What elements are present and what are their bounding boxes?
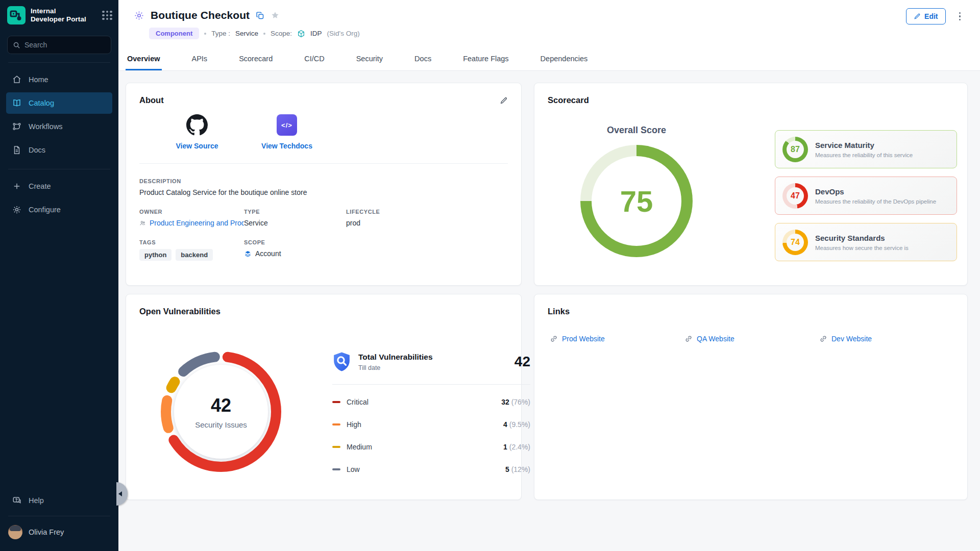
sidebar-item-help[interactable]: Help [6, 490, 112, 511]
score-ring: 87 [782, 137, 808, 162]
sidebar-item-workflows[interactable]: Workflows [6, 116, 112, 137]
about-edit-icon[interactable] [500, 96, 508, 105]
tabbar: Overview APIs Scorecard CI/CD Security D… [118, 39, 980, 71]
description-text: Product Catalog Service for the boutique… [139, 188, 508, 196]
gear-icon [12, 205, 21, 214]
tab-scorecard[interactable]: Scorecard [237, 52, 274, 70]
view-techdocs-link[interactable]: </> View Techdocs [248, 114, 326, 150]
sidebar-divider [8, 516, 110, 516]
sidebar: Internal Developer Portal Search Home Ca… [0, 0, 118, 551]
workflow-icon [12, 122, 21, 131]
severity-row-low: Low 5 (12%) [332, 458, 530, 481]
search-input[interactable]: Search [7, 36, 111, 54]
sidebar-item-configure[interactable]: Configure [6, 199, 112, 220]
sidebar-divider [8, 62, 110, 63]
about-title: About [139, 95, 508, 105]
scope-value: IDP [310, 30, 322, 37]
sidebar-item-catalog[interactable]: Catalog [6, 92, 112, 114]
page-title: Boutique Checkout [151, 9, 250, 21]
owner-field: OWNER Product Engineering and Product... [139, 209, 244, 227]
user-menu[interactable]: Olivia Frey [6, 520, 112, 544]
star-icon[interactable] [271, 11, 280, 20]
medium-dash-icon [332, 446, 340, 448]
chevron-left-icon [118, 491, 122, 496]
tags-field: TAGS python backend [139, 239, 244, 261]
tab-cicd[interactable]: CI/CD [303, 52, 326, 70]
links-title: Links [548, 307, 954, 316]
logo-row: Internal Developer Portal [0, 0, 118, 24]
total-vulnerabilities-value: 42 [514, 354, 530, 370]
link-qa-website[interactable]: QA Website [684, 335, 819, 343]
vulnerabilities-summary: Total Vulnerabilities Till date 42 Criti… [332, 352, 530, 481]
about-links-row: View Source </> View Techdocs [139, 114, 508, 150]
component-gear-icon [134, 10, 144, 21]
tab-overview[interactable]: Overview [126, 52, 162, 70]
app-title: Internal Developer Portal [31, 7, 86, 23]
sidebar-item-docs[interactable]: Docs [6, 139, 112, 161]
description-block: DESCRIPTION Product Catalog Service for … [139, 178, 508, 196]
main: Boutique Checkout Component Type : Servi… [118, 0, 980, 500]
plus-icon [12, 182, 21, 191]
tab-feature-flags[interactable]: Feature Flags [461, 52, 510, 70]
app-switcher-icon[interactable] [102, 11, 112, 20]
tab-security[interactable]: Security [355, 52, 384, 70]
more-options-icon[interactable] [957, 10, 963, 23]
pencil-icon [914, 13, 921, 20]
link-icon [819, 335, 827, 343]
low-dash-icon [332, 468, 340, 471]
scope-field: SCOPE Account [244, 239, 346, 261]
app-logo-icon [7, 6, 26, 24]
links-card: Links Prod Website QA Website Dev Websit… [534, 294, 968, 500]
scorecard-item-security-standards[interactable]: 74 Security Standards Measures how secur… [775, 223, 957, 261]
vulnerabilities-card: Open Vulnerabilities 42 Security Issues [126, 294, 522, 500]
cube-icon [297, 30, 305, 38]
help-icon [12, 496, 21, 505]
github-icon [186, 114, 208, 136]
sidebar-divider [8, 169, 110, 169]
sidebar-item-home[interactable]: Home [6, 69, 112, 90]
description-label: DESCRIPTION [139, 178, 508, 184]
copy-icon[interactable] [256, 11, 264, 20]
scorecard-card: Scorecard Overall Score 75 87 Service Ma… [534, 83, 968, 286]
type-value: Service [235, 30, 258, 37]
divider [332, 384, 530, 385]
tag-chip[interactable]: python [139, 249, 172, 261]
overall-score-value: 75 [620, 184, 653, 218]
overall-score-block: Overall Score 75 [580, 125, 693, 257]
user-name: Olivia Frey [29, 528, 64, 536]
score-ring: 47 [782, 183, 808, 209]
sidebar-bottom: Help Olivia Frey [0, 490, 118, 551]
content: About View Source </> View Techdocs DESC… [118, 71, 980, 500]
scope-org: (Sid's Org) [327, 30, 360, 37]
type-field: TYPE Service [244, 209, 346, 227]
sidebar-nav: Home Catalog Workflows Docs [0, 69, 118, 161]
tab-apis[interactable]: APIs [190, 52, 209, 70]
about-fields-grid: OWNER Product Engineering and Product...… [139, 209, 508, 261]
tag-chip[interactable]: backend [176, 249, 213, 261]
tab-dependencies[interactable]: Dependencies [539, 52, 590, 70]
about-divider [139, 163, 508, 164]
overall-score-label: Overall Score [580, 125, 693, 136]
view-source-link[interactable]: View Source [158, 114, 236, 150]
severity-rows: Critical 32 (76%) High 4 (9.5%) Medium 1… [332, 391, 530, 481]
entity-kind-badge: Component [149, 28, 199, 39]
severity-row-high: High 4 (9.5%) [332, 413, 530, 436]
severity-row-medium: Medium 1 (2.4%) [332, 436, 530, 458]
high-dash-icon [332, 423, 340, 426]
critical-dash-icon [332, 401, 340, 404]
link-prod-website[interactable]: Prod Website [550, 335, 684, 343]
book-icon [12, 98, 21, 108]
edit-button[interactable]: Edit [906, 8, 945, 24]
avatar [8, 525, 22, 539]
layers-icon [244, 250, 252, 258]
sidebar-item-create[interactable]: Create [6, 176, 112, 197]
lifecycle-field: LIFECYCLE prod [346, 209, 508, 227]
links-row: Prod Website QA Website Dev Website [548, 335, 954, 343]
link-dev-website[interactable]: Dev Website [819, 335, 954, 343]
entity-meta-row: Component Type : Service Scope: IDP (Sid… [118, 21, 980, 39]
scorecard-item-service-maturity[interactable]: 87 Service Maturity Measures the reliabi… [775, 130, 957, 168]
tab-docs[interactable]: Docs [413, 52, 433, 70]
scorecard-item-devops[interactable]: 47 DevOps Measures the reliability of th… [775, 177, 957, 215]
owner-link[interactable]: Product Engineering and Product... [150, 219, 244, 227]
link-icon [684, 335, 693, 343]
